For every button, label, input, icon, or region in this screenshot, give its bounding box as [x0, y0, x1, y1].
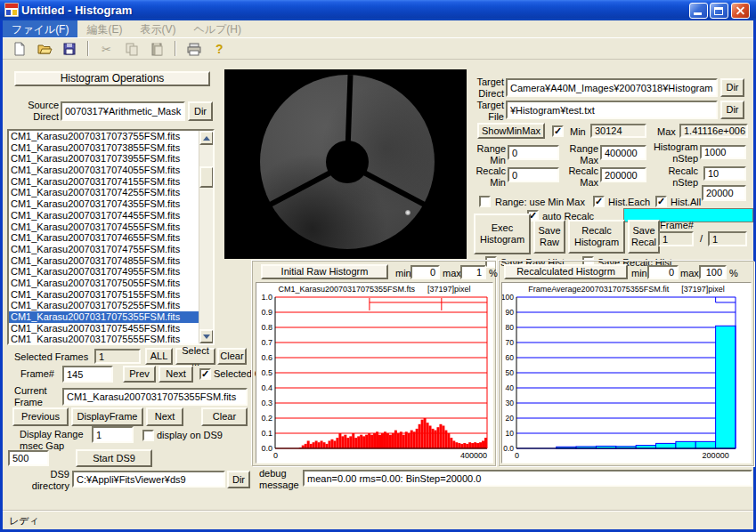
- hist-each-checkbox[interactable]: [593, 196, 605, 207]
- maximize-button[interactable]: [710, 3, 728, 19]
- recalc-max-header-input[interactable]: 100: [699, 265, 727, 279]
- save-raw-button[interactable]: Save Raw: [533, 220, 565, 254]
- next-frame-button[interactable]: Next: [159, 366, 193, 383]
- initial-raw-histogram-button[interactable]: Initial Raw Histogrm: [261, 264, 388, 279]
- list-item[interactable]: CM1_Karasu20070317073755FSM.fits: [9, 131, 199, 142]
- raw-min-input[interactable]: 0: [411, 265, 440, 279]
- list-item[interactable]: CM1_Karasu20070317074055FSM.fits: [9, 165, 199, 176]
- list-item[interactable]: CM1_Karasu20070317074655FSM.fits: [9, 232, 199, 244]
- menu-edit[interactable]: 編集(E): [77, 20, 131, 37]
- target-direct-label: Target Direct: [474, 77, 504, 99]
- svg-text:10: 10: [506, 429, 515, 438]
- menu-view[interactable]: 表示(V): [131, 20, 184, 37]
- list-item[interactable]: CM1_Karasu20070317074455FSM.fits: [9, 210, 199, 222]
- target-direct-input[interactable]: Camera¥A40M_Images¥20070318¥Histogram: [506, 78, 718, 97]
- close-button[interactable]: [731, 3, 750, 19]
- list-item[interactable]: CM1_Karasu20070317073955FSM.fits: [9, 153, 199, 165]
- show-minmax-button[interactable]: ShowMinMax: [477, 123, 545, 139]
- previous-button[interactable]: Previous: [12, 407, 69, 426]
- max-label: Max: [657, 126, 676, 138]
- clear-selection-button[interactable]: Clear: [217, 348, 247, 365]
- recalculated-histogram-button[interactable]: Recalculated Histogrm: [504, 264, 628, 279]
- raw-max-input[interactable]: 1: [460, 265, 486, 279]
- all-button[interactable]: ALL: [145, 348, 173, 365]
- list-item[interactable]: CM1_Karasu20070317074955FSM.fits: [9, 266, 199, 278]
- min-value: 30124: [590, 124, 646, 138]
- new-button[interactable]: [10, 40, 29, 58]
- display-range-label: Display Range: [20, 429, 84, 440]
- list-item[interactable]: CM1_Karasu20070317075455FSM.fits: [9, 323, 199, 335]
- list-item[interactable]: CM1_Karasu20070317074855FSM.fits: [9, 255, 199, 267]
- list-item[interactable]: CM1_Karasu20070317075155FSM.fits: [9, 289, 199, 301]
- list-item[interactable]: CM1_Karasu20070317074755FSM.fits: [9, 244, 199, 255]
- hist-all-checkbox[interactable]: [655, 196, 667, 207]
- display-frame-button[interactable]: DisplayFrame: [71, 407, 143, 426]
- cut-button[interactable]: ✂: [97, 40, 117, 58]
- ds9-directory-input[interactable]: C:¥Appli¥FitsViewer¥ds9: [72, 471, 225, 488]
- prev-frame-button[interactable]: Prev: [123, 366, 156, 383]
- start-ds9-button[interactable]: Start DS9: [76, 449, 152, 467]
- file-list-items[interactable]: CM1_Karasu20070317073755FSM.fitsCM1_Kara…: [9, 131, 199, 343]
- list-item[interactable]: CM1_Karasu20070317074555FSM.fits: [9, 222, 199, 233]
- menu-file[interactable]: ファイル(F): [3, 20, 77, 37]
- source-direct-input[interactable]: 0070317¥Arithmetic_Mask: [61, 101, 185, 121]
- svg-text:0.2: 0.2: [261, 414, 272, 423]
- range-use-minmax-checkbox[interactable]: [479, 196, 491, 207]
- target-file-dir-button[interactable]: Dir: [720, 101, 744, 119]
- selected-only-checkbox[interactable]: [199, 368, 211, 380]
- select-button[interactable]: Select ...: [175, 348, 215, 365]
- current-frame-value: CM1_Karasu20070317075355FSM.fits: [62, 388, 248, 406]
- list-item[interactable]: CM1_Karasu20070317074255FSM.fits: [9, 187, 199, 198]
- exec-histogram-button[interactable]: Exec Histogram: [474, 214, 531, 254]
- debug-message-value: mean=0.00 rms=0.00: BinStep=20000.0: [303, 470, 752, 487]
- display-on-ds9-checkbox[interactable]: [142, 430, 154, 441]
- copy-button[interactable]: [122, 40, 142, 58]
- range-max-input[interactable]: 400000: [600, 145, 646, 160]
- minimize-button[interactable]: [689, 3, 708, 19]
- save-icon: [62, 42, 77, 56]
- histogram-nstep-input[interactable]: 1000: [700, 145, 746, 159]
- list-item[interactable]: CM1_Karasu20070317075055FSM.fits: [9, 278, 199, 289]
- source-dir-button[interactable]: Dir: [188, 101, 213, 121]
- recalc-nstep-input[interactable]: 10: [703, 166, 746, 181]
- list-item[interactable]: CM1_Karasu20070317075555FSM.fits: [9, 334, 199, 343]
- list-item[interactable]: CM1_Karasu20070317075255FSM.fits: [9, 300, 199, 311]
- list-item[interactable]: CM1_Karasu20070317073855FSM.fits: [9, 142, 199, 154]
- recalc-histogram-button[interactable]: Recalc Histogram: [568, 220, 625, 254]
- toolbar-separator: [87, 41, 89, 56]
- recalc-max-input[interactable]: 200000: [600, 167, 646, 182]
- help-button[interactable]: ?: [209, 40, 229, 58]
- clear-display-button[interactable]: Clear: [201, 407, 248, 426]
- central-obstruction: [326, 141, 369, 183]
- file-list[interactable]: CM1_Karasu20070317073755FSM.fitsCM1_Kara…: [7, 129, 215, 345]
- list-item[interactable]: CM1_Karasu20070317074355FSM.fits: [9, 198, 199, 210]
- menu-help[interactable]: ヘルプ(H): [184, 20, 250, 37]
- list-item[interactable]: CM1_Karasu20070317074155FSM.fits: [9, 176, 199, 188]
- recalc-chart-title: FrameAverage20070317075355FSM.fit[37197]…: [502, 285, 751, 294]
- scrollbar-thumb[interactable]: [199, 166, 214, 188]
- bright-star-spot: [405, 210, 411, 215]
- scroll-up-button[interactable]: [199, 131, 214, 145]
- scroll-down-button[interactable]: [199, 329, 214, 343]
- paste-button[interactable]: [147, 40, 167, 58]
- recalc-min-input[interactable]: 0: [508, 167, 559, 182]
- open-button[interactable]: [35, 40, 54, 58]
- display-range-input[interactable]: 1: [92, 426, 134, 443]
- list-item[interactable]: CM1_Karasu20070317075355FSM.fits: [9, 311, 199, 323]
- print-button[interactable]: [184, 40, 204, 58]
- frame-number-input[interactable]: 145: [62, 366, 113, 383]
- next-display-button[interactable]: Next: [146, 407, 183, 426]
- file-list-scrollbar[interactable]: [199, 131, 213, 343]
- show-minmax-checkbox[interactable]: [552, 125, 564, 137]
- target-file-input[interactable]: ¥Histogram¥test.txt: [506, 101, 718, 119]
- target-direct-dir-button[interactable]: Dir: [720, 78, 744, 97]
- ds9-dir-button[interactable]: Dir: [227, 471, 250, 488]
- svg-text:0.0: 0.0: [503, 444, 514, 453]
- msec-gap-input[interactable]: 500: [8, 450, 49, 466]
- svg-text:0.3: 0.3: [261, 399, 272, 407]
- save-recal-button[interactable]: Save Recal: [628, 220, 660, 254]
- recalc-min-header-input[interactable]: 0: [647, 265, 679, 279]
- save-button[interactable]: [60, 40, 79, 58]
- title-bar[interactable]: Untitled - Histogram: [0, 0, 756, 20]
- range-min-input[interactable]: 0: [508, 145, 559, 160]
